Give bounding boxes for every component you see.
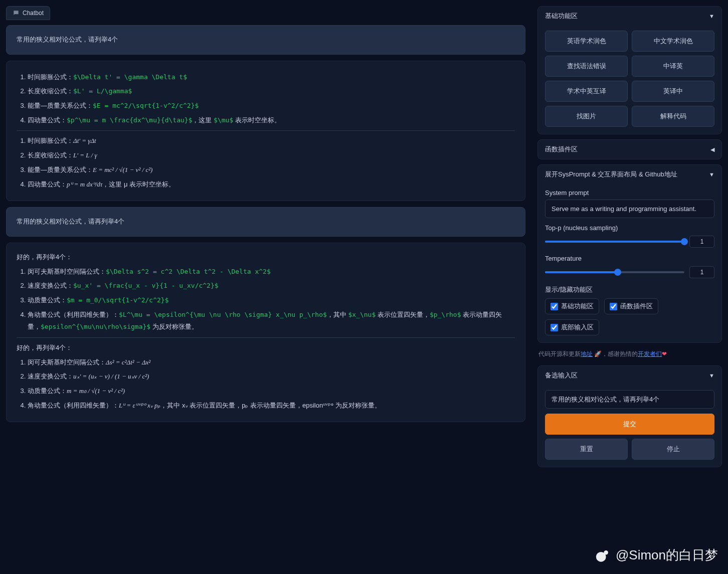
function-button-2[interactable]: 查找语法错误 [545, 56, 628, 77]
alt-input-panel: 备选输入区 ▼ 提交 重置 停止 [537, 365, 722, 467]
system-prompt-input[interactable] [545, 200, 714, 218]
function-plugins-header[interactable]: 函数插件区 ◀ [538, 140, 721, 159]
reset-button[interactable]: 重置 [545, 439, 628, 460]
topp-value[interactable]: 1 [689, 236, 714, 248]
alt-input-header[interactable]: 备选输入区 ▼ [538, 366, 721, 385]
function-button-6[interactable]: 找图片 [545, 106, 628, 127]
user-message: 常用的狭义相对论公式，请列举4个 [6, 25, 525, 55]
chevron-down-icon: ▼ [709, 13, 714, 19]
repo-link[interactable]: 地址 [581, 350, 593, 357]
basic-functions-panel: 基础功能区 ▼ 英语学术润色中文学术润色查找语法错误中译英学术中英互译英译中找图… [537, 6, 722, 134]
basic-functions-header[interactable]: 基础功能区 ▼ [538, 7, 721, 26]
function-button-4[interactable]: 学术中英互译 [545, 81, 628, 102]
function-button-3[interactable]: 中译英 [632, 56, 714, 77]
chatbot-tab[interactable]: Chatbot [6, 6, 50, 20]
tab-label: Chatbot [23, 10, 44, 17]
credit-line: 代码开源和更新地址 🚀，感谢热情的开发者们❤ [537, 348, 722, 360]
visibility-checkbox-1[interactable]: 函数插件区 [604, 298, 658, 314]
temperature-value[interactable]: 1 [689, 266, 714, 278]
chat-area: 常用的狭义相对论公式，请列举4个 时间膨胀公式：$\Delta t' = \ga… [6, 25, 525, 568]
temperature-slider[interactable] [545, 271, 684, 273]
topp-slider[interactable] [545, 241, 684, 243]
alt-input-field[interactable] [545, 390, 714, 409]
chevron-left-icon: ◀ [710, 146, 714, 153]
bot-message: 时间膨胀公式：$\Delta t' = \gamma \Delta t$ 长度收… [6, 61, 525, 202]
stop-button[interactable]: 停止 [632, 439, 714, 460]
sysprompt-panel: 展开SysPrompt & 交互界面布局 & Github地址 ▼ System… [537, 164, 722, 343]
chat-icon [13, 10, 20, 17]
bot-message: 好的，再列举4个： 闵可夫斯基时空间隔公式：$\Delta s^2 = c^2 … [6, 243, 525, 423]
function-button-0[interactable]: 英语学术润色 [545, 31, 628, 52]
sysprompt-header[interactable]: 展开SysPrompt & 交互界面布局 & Github地址 ▼ [538, 165, 721, 184]
weibo-icon [595, 547, 612, 564]
watermark: @Simon的白日梦 [595, 546, 718, 564]
svg-point-1 [604, 550, 608, 555]
temperature-label: Temperature [545, 255, 714, 262]
chevron-down-icon: ▼ [709, 372, 714, 378]
chevron-down-icon: ▼ [709, 171, 714, 177]
visibility-checkbox-2[interactable]: 底部输入区 [545, 319, 599, 335]
function-plugins-panel: 函数插件区 ◀ [537, 139, 722, 159]
visibility-checkbox-0[interactable]: 基础功能区 [545, 298, 599, 314]
devs-link[interactable]: 开发者们 [638, 350, 662, 357]
system-prompt-label: System prompt [545, 189, 714, 197]
submit-button[interactable]: 提交 [545, 414, 714, 435]
heart-icon: ❤ [662, 350, 667, 357]
visibility-label: 显示/隐藏功能区 [545, 285, 714, 294]
function-button-5[interactable]: 英译中 [632, 81, 714, 102]
topp-label: Top-p (nucleus sampling) [545, 224, 714, 232]
function-button-7[interactable]: 解释代码 [632, 106, 714, 127]
function-button-1[interactable]: 中文学术润色 [632, 31, 714, 52]
user-message: 常用的狭义相对论公式，请再列举4个 [6, 207, 525, 237]
